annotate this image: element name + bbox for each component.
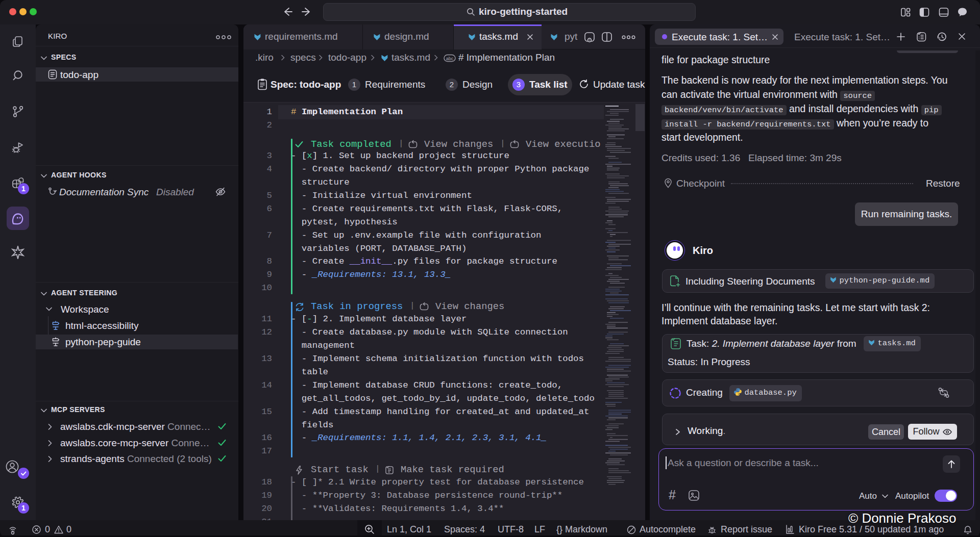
svg-text:abc: abc xyxy=(446,56,454,61)
